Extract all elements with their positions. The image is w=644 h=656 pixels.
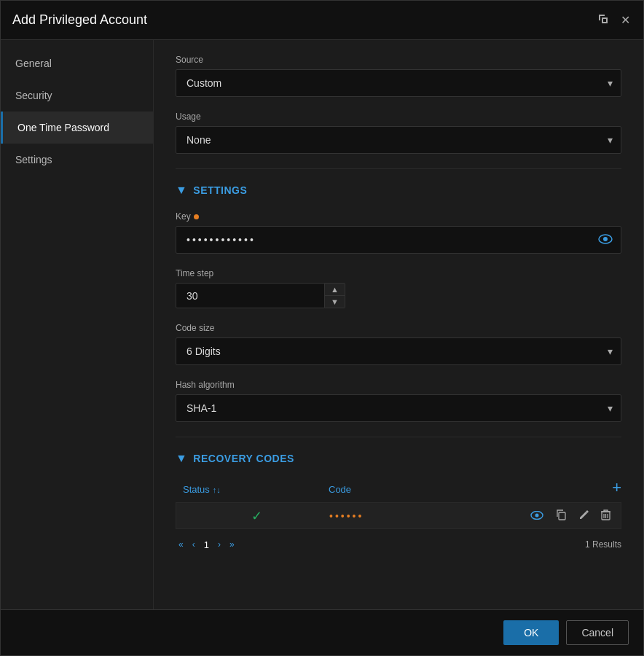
usage-select[interactable]: None Custom Other xyxy=(176,126,621,154)
codesize-select-wrapper: 6 Digits 8 Digits ▾ xyxy=(176,337,621,365)
dialog-body: General Security One Time Password Setti… xyxy=(1,40,643,609)
key-input-wrapper xyxy=(176,226,621,254)
add-recovery-code-button[interactable]: + xyxy=(612,480,621,496)
row-copy-button[interactable] xyxy=(552,507,570,524)
key-visibility-toggle[interactable] xyxy=(595,231,616,249)
pagination: « ‹ 1 › » 1 Results xyxy=(176,538,621,551)
settings-divider xyxy=(176,168,621,169)
hashalgo-label: Hash algorithm xyxy=(176,380,621,390)
code-column-header: Code xyxy=(329,484,605,495)
row-status: ✓ xyxy=(184,508,329,524)
ok-button[interactable]: OK xyxy=(503,620,559,645)
source-select[interactable]: Custom None Other xyxy=(176,69,621,97)
settings-section-label: SETTINGS xyxy=(193,184,247,196)
timestep-input[interactable] xyxy=(176,283,325,308)
header-icons: ✕ xyxy=(596,12,632,29)
pag-first-button[interactable]: « xyxy=(176,538,186,551)
svg-point-1 xyxy=(603,237,608,241)
pag-current-page: 1 xyxy=(201,539,212,550)
hashalgo-select-wrapper: SHA-1 SHA-256 SHA-512 ▾ xyxy=(176,394,621,422)
status-sort-icon: ↑↓ xyxy=(213,485,221,494)
status-check-icon: ✓ xyxy=(251,509,262,523)
codesize-label: Code size xyxy=(176,323,621,333)
timestep-decrement[interactable]: ▼ xyxy=(325,296,345,308)
key-field-group: Key xyxy=(176,211,621,254)
row-actions xyxy=(527,507,613,524)
table-row: ✓ •••••• xyxy=(176,502,621,529)
key-label: Key xyxy=(176,211,621,222)
recovery-table-header: Status ↑↓ Code xyxy=(176,480,612,499)
results-count: 1 Results xyxy=(585,539,621,550)
source-field-group: Source Custom None Other ▾ xyxy=(176,55,621,97)
hashalgo-select[interactable]: SHA-1 SHA-256 SHA-512 xyxy=(176,394,621,422)
sidebar-item-general[interactable]: General xyxy=(1,47,153,79)
recovery-divider xyxy=(176,437,621,437)
hashalgo-field-group: Hash algorithm SHA-1 SHA-256 SHA-512 ▾ xyxy=(176,380,621,422)
sidebar-item-settings[interactable]: Settings xyxy=(1,144,153,176)
row-edit-button[interactable] xyxy=(576,508,592,524)
source-label: Source xyxy=(176,55,621,65)
status-column-header[interactable]: Status ↑↓ xyxy=(183,484,329,495)
timestep-label: Time step xyxy=(176,268,621,278)
recovery-toggle[interactable]: ▼ xyxy=(176,452,187,465)
pag-prev-button[interactable]: ‹ xyxy=(189,538,198,551)
recovery-section-header: ▼ RECOVERY CODES xyxy=(176,452,621,465)
dialog-header: Add Privileged Account ✕ xyxy=(1,1,643,40)
sidebar-item-security[interactable]: Security xyxy=(1,79,153,112)
key-required-indicator xyxy=(194,214,199,219)
timestep-increment[interactable]: ▲ xyxy=(325,284,345,296)
key-input[interactable] xyxy=(176,226,621,254)
pagination-controls: « ‹ 1 › » xyxy=(176,538,237,551)
row-delete-button[interactable] xyxy=(598,508,613,524)
settings-toggle[interactable]: ▼ xyxy=(176,184,187,197)
recovery-section-label: RECOVERY CODES xyxy=(193,453,294,464)
sidebar-item-otp[interactable]: One Time Password xyxy=(1,112,153,144)
sidebar: General Security One Time Password Setti… xyxy=(1,40,154,609)
dialog-footer: OK Cancel xyxy=(1,609,643,655)
codesize-select[interactable]: 6 Digits 8 Digits xyxy=(176,337,621,365)
settings-section-header: ▼ SETTINGS xyxy=(176,184,621,197)
usage-label: Usage xyxy=(176,112,621,122)
main-content: Source Custom None Other ▾ Usage None Cu xyxy=(154,40,643,609)
pag-next-button[interactable]: › xyxy=(215,538,224,551)
source-select-wrapper: Custom None Other ▾ xyxy=(176,69,621,97)
dialog-title: Add Privileged Account xyxy=(12,12,147,28)
timestep-field-group: Time step ▲ ▼ xyxy=(176,268,621,308)
row-view-button[interactable] xyxy=(527,508,546,523)
close-button[interactable]: ✕ xyxy=(619,12,632,28)
timestep-spinners: ▲ ▼ xyxy=(325,283,345,308)
usage-field-group: Usage None Custom Other ▾ xyxy=(176,112,621,154)
svg-rect-4 xyxy=(559,512,565,520)
svg-point-3 xyxy=(535,514,539,518)
cancel-button[interactable]: Cancel xyxy=(566,620,629,645)
usage-select-wrapper: None Custom Other ▾ xyxy=(176,126,621,154)
codesize-field-group: Code size 6 Digits 8 Digits ▾ xyxy=(176,323,621,365)
restore-button[interactable] xyxy=(596,12,610,29)
pag-last-button[interactable]: » xyxy=(227,538,237,551)
add-privileged-account-dialog: Add Privileged Account ✕ General Securit… xyxy=(0,0,644,656)
row-code: •••••• xyxy=(329,510,527,522)
timestep-wrapper: ▲ ▼ xyxy=(176,283,321,308)
